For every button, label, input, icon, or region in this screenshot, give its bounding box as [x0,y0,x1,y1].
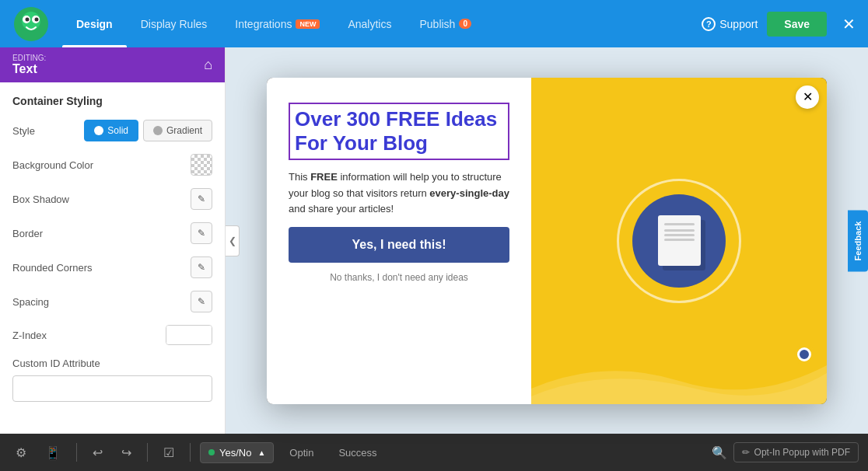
nav-tab-analytics[interactable]: Analytics [334,0,405,47]
section-title: Container Styling [12,95,212,107]
z-index-row: Z-Index ▲ ▼ [12,325,212,345]
main-area: EDITING: Text ⌂ Container Styling Style … [0,47,868,434]
editing-context: EDITING: Text [12,54,46,76]
publish-badge: 0 [459,19,471,29]
pencil-icon-4: ✎ [198,296,205,307]
box-shadow-row: Box Shadow ✎ [12,188,212,210]
custom-id-input[interactable] [12,375,212,402]
success-tab-button[interactable]: Success [329,443,386,462]
settings-icon-button[interactable]: ⚙ [9,442,33,463]
document-icon [658,215,701,266]
style-solid-button[interactable]: Solid [84,120,138,141]
save-button[interactable]: Save [767,12,827,37]
gradient-icon [153,126,163,135]
editing-label: EDITING: [12,54,46,62]
style-control: Solid Gradient [84,120,212,141]
optin-tab-button[interactable]: Optin [280,443,323,462]
nav-right-actions: ? Support Save ✕ [702,12,856,37]
bg-color-row: Background Color [12,154,212,176]
feedback-label: Feedback [853,221,863,260]
wave-decoration [531,342,827,404]
panel-section-container-styling: Container Styling Style Solid Gradient [0,82,225,414]
popup-body: This FREE information will help you to s… [289,169,509,218]
pencil-opt-in-icon: ✏ [742,447,750,458]
bottom-right-actions: 🔍 ✏ Opt-In Popup with PDF [712,442,859,462]
box-shadow-edit-button[interactable]: ✎ [191,188,212,210]
wave-dot [797,347,811,361]
yes-no-button[interactable]: Yes/No ▲ [200,442,274,463]
divider-1 [76,443,77,462]
popup-cta-button[interactable]: Yes, I need this! [289,227,509,263]
yes-no-status-dot [208,449,215,455]
redo-button[interactable]: ↪ [115,442,138,463]
popup-right-section: ✕ [531,78,827,404]
custom-id-section: Custom ID Attribute [12,358,212,402]
rounded-corners-edit-button[interactable]: ✎ [191,256,212,278]
rounded-corners-label: Rounded Corners [12,262,191,274]
support-button[interactable]: ? Support [702,17,758,31]
redo-icon: ↪ [121,445,131,460]
popup-title: Over 300 FREE Ideas For Your Blog [289,103,509,160]
bg-color-swatch[interactable] [191,154,212,176]
z-index-label: Z-Index [12,330,166,341]
solid-icon [94,126,103,135]
z-index-input-wrap: ▲ ▼ [166,325,212,345]
feedback-tab[interactable]: Feedback [848,210,868,271]
opt-in-popup-button[interactable]: ✏ Opt-In Popup with PDF [733,442,859,462]
style-row: Style Solid Gradient [12,120,212,141]
rounded-corners-row: Rounded Corners ✎ [12,256,212,278]
yes-no-label: Yes/No [219,447,251,459]
spacing-row: Spacing ✎ [12,291,212,312]
popup-left-section: Over 300 FREE Ideas For Your Blog This F… [267,78,531,404]
editing-value: Text [12,62,46,76]
spacing-label: Spacing [12,296,191,308]
nav-tab-display-rules[interactable]: Display Rules [127,0,222,47]
popup-decline-link[interactable]: No thanks, I don't need any ideas [289,272,509,283]
border-label: Border [12,228,191,239]
nav-tab-integrations[interactable]: Integrations NEW [221,0,334,47]
app-logo[interactable] [12,5,50,43]
search-button[interactable]: 🔍 [712,445,727,460]
popup-close-button[interactable]: ✕ [796,85,819,109]
undo-icon: ↩ [93,445,103,460]
style-label: Style [12,125,84,137]
settings-icon: ⚙ [16,445,26,460]
box-shadow-label: Box Shadow [12,194,191,205]
z-index-input[interactable] [166,326,212,344]
canvas-collapse-button[interactable]: ❮ [226,225,240,256]
checklist-icon: ☑ [163,445,174,460]
popup-inner: Over 300 FREE Ideas For Your Blog This F… [267,78,827,404]
opt-in-popup-label: Opt-In Popup with PDF [754,447,850,458]
pencil-icon-3: ✎ [198,262,205,273]
divider-2 [147,443,148,462]
integrations-new-badge: NEW [296,19,320,29]
mobile-icon: 📱 [45,445,61,460]
close-button[interactable]: ✕ [842,15,856,33]
pencil-icon: ✎ [198,194,205,204]
nav-tab-publish[interactable]: Publish 0 [405,0,485,47]
bottom-bar: ⚙ 📱 ↩ ↪ ☑ Yes/No ▲ Optin Success 🔍 ✏ Opt… [0,434,868,471]
inner-circle [632,194,726,288]
undo-button[interactable]: ↩ [86,442,109,463]
pencil-icon-2: ✎ [198,228,205,239]
support-circle-icon: ? [702,17,716,31]
search-icon: 🔍 [712,446,727,459]
editing-bar: EDITING: Text ⌂ [0,47,225,82]
home-button[interactable]: ⌂ [204,57,212,73]
top-navigation: Design Display Rules Integrations NEW An… [0,0,868,47]
nav-tabs: Design Display Rules Integrations NEW An… [62,0,702,47]
bg-color-label: Background Color [12,159,191,171]
popup-illustration [609,171,749,311]
style-gradient-button[interactable]: Gradient [143,120,212,141]
border-edit-button[interactable]: ✎ [191,222,212,244]
checklist-button[interactable]: ☑ [157,442,180,463]
svg-point-4 [26,17,30,21]
divider-3 [190,443,191,462]
border-row: Border ✎ [12,222,212,244]
mobile-icon-button[interactable]: 📱 [39,442,67,463]
popup-preview: Over 300 FREE Ideas For Your Blog This F… [267,78,827,404]
right-canvas: ❮ Over 300 FREE Ideas For Your Blog This… [226,47,868,434]
left-panel: EDITING: Text ⌂ Container Styling Style … [0,47,226,434]
nav-tab-design[interactable]: Design [62,0,127,47]
spacing-edit-button[interactable]: ✎ [191,291,212,312]
